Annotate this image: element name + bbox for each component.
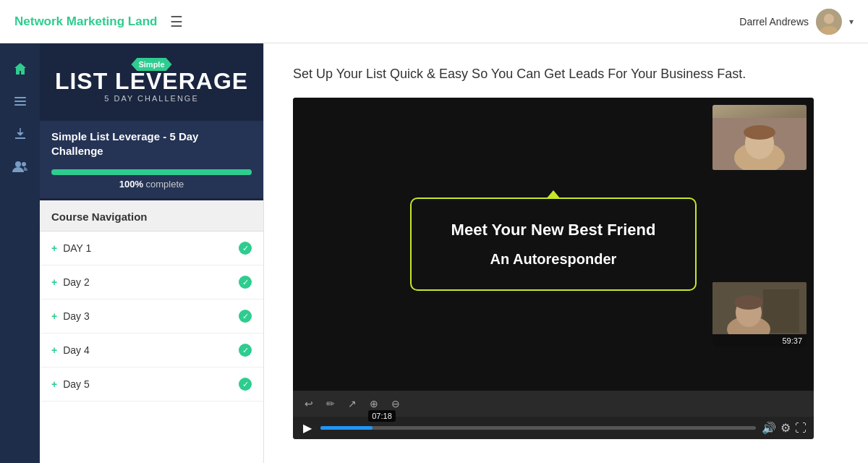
svg-point-1	[824, 14, 834, 24]
expand-icon-2: +	[51, 276, 57, 288]
webcam-overlay-top-right: Diana Hochman	[712, 105, 807, 170]
toolbar-icon-1[interactable]: ↩	[300, 395, 318, 412]
progress-percent: 100%	[119, 179, 143, 190]
volume-icon[interactable]: 🔊	[762, 421, 776, 435]
simple-badge: Simple	[131, 58, 171, 71]
webcam-overlay-bottom-right: 59:37	[712, 282, 807, 347]
sidebar-nav-home[interactable]	[6, 54, 35, 83]
video-progress-track[interactable]: 07:18	[320, 426, 756, 430]
day-label-2: Day 2	[63, 276, 90, 288]
video-progress-played	[320, 426, 373, 430]
navbar: Network Marketing Land ☰ Darrel Andrews …	[0, 0, 868, 43]
progress-label: 100% complete	[51, 179, 252, 190]
expand-icon-3: +	[51, 310, 57, 322]
slide-text-line2: An Autoresponder	[426, 251, 681, 268]
hamburger-icon[interactable]: ☰	[170, 13, 183, 30]
sidebar-nav-downloads[interactable]	[6, 119, 35, 148]
video-ctrl-icons: 🔊 ⚙ ⛶	[762, 421, 807, 435]
day-label-4: Day 4	[63, 344, 90, 356]
expand-icon-5: +	[51, 378, 57, 390]
svg-rect-5	[14, 104, 26, 106]
course-sidebar: Simple LIST LEVERAGE 5 DAY CHALLENGE Sim…	[40, 43, 264, 463]
user-name: Darrel Andrews	[739, 16, 809, 27]
webcam-time: 59:37	[712, 334, 807, 347]
course-title-section: Simple List Leverage - 5 Day Challenge	[40, 121, 263, 162]
slide-text-line1: Meet Your New Best Friend	[426, 221, 681, 239]
svg-point-17	[734, 295, 763, 310]
chevron-down-icon[interactable]: ▾	[849, 17, 854, 27]
navbar-right: Darrel Andrews ▾	[739, 9, 854, 35]
expand-icon-1: +	[51, 242, 57, 254]
check-5: ✓	[239, 378, 252, 391]
check-1: ✓	[239, 242, 252, 255]
video-controls: ▶ 07:18 🔊 ⚙ ⛶	[293, 417, 814, 439]
video-slide: Meet Your New Best Friend An Autorespond…	[410, 197, 697, 291]
fullscreen-icon[interactable]: ⛶	[795, 422, 807, 435]
webcam-face-br	[712, 282, 807, 334]
five-day-subtitle: 5 DAY CHALLENGE	[104, 94, 198, 103]
day-label-3: Day 3	[63, 310, 90, 322]
icon-sidebar	[0, 43, 40, 463]
settings-icon[interactable]: ⚙	[780, 421, 791, 435]
check-4: ✓	[239, 344, 252, 357]
time-tooltip: 07:18	[368, 410, 396, 422]
toolbar-icon-2[interactable]: ✏	[322, 395, 339, 412]
day-label-5: Day 5	[63, 378, 90, 390]
navbar-left: Network Marketing Land ☰	[14, 13, 183, 30]
sidebar-nav-community[interactable]	[6, 152, 35, 181]
expand-icon-4: +	[51, 344, 57, 356]
day-item-5[interactable]: + Day 5 ✓	[40, 368, 263, 402]
brand-name: Network Marketing Land	[14, 14, 157, 29]
svg-point-12	[744, 125, 775, 140]
video-player: Meet Your New Best Friend An Autorespond…	[293, 98, 814, 439]
play-button[interactable]: ▶	[300, 421, 315, 435]
page-subtitle: Set Up Your List Quick & Easy So You Can…	[293, 65, 839, 83]
svg-rect-3	[14, 97, 26, 98]
sidebar-nav-courses[interactable]	[6, 87, 35, 116]
day-item-2[interactable]: + Day 2 ✓	[40, 266, 263, 300]
video-main-area: Meet Your New Best Friend An Autorespond…	[293, 98, 814, 391]
avatar[interactable]	[816, 9, 842, 35]
day-label-1: DAY 1	[63, 242, 91, 254]
svg-rect-6	[15, 137, 25, 139]
course-title: Simple List Leverage - 5 Day Challenge	[51, 129, 252, 158]
svg-point-8	[22, 162, 26, 166]
list-leverage-title: LIST LEVERAGE	[55, 69, 248, 93]
svg-point-7	[15, 161, 21, 167]
day-item-4[interactable]: + Day 4 ✓	[40, 334, 263, 368]
course-logo: Simple LIST LEVERAGE 5 DAY CHALLENGE	[55, 58, 248, 103]
main-content: Set Up Your List Quick & Easy So You Can…	[264, 43, 868, 463]
day-item-1[interactable]: + DAY 1 ✓	[40, 232, 263, 266]
course-hero: Simple LIST LEVERAGE 5 DAY CHALLENGE	[40, 43, 263, 121]
course-nav-header: Course Navigation	[40, 200, 263, 232]
progress-suffix: complete	[143, 179, 184, 190]
progress-bar-fill	[51, 169, 252, 175]
layout: Simple LIST LEVERAGE 5 DAY CHALLENGE Sim…	[0, 43, 868, 463]
course-nav-title: Course Navigation	[51, 211, 148, 223]
progress-bar-wrap	[51, 169, 252, 175]
day-item-3[interactable]: + Day 3 ✓	[40, 300, 263, 334]
webcam-face-tr	[712, 105, 807, 170]
check-3: ✓	[239, 310, 252, 323]
toolbar-icon-3[interactable]: ↗	[344, 395, 361, 412]
progress-section: 100% complete	[40, 162, 263, 200]
check-2: ✓	[239, 276, 252, 289]
svg-rect-4	[14, 101, 26, 102]
